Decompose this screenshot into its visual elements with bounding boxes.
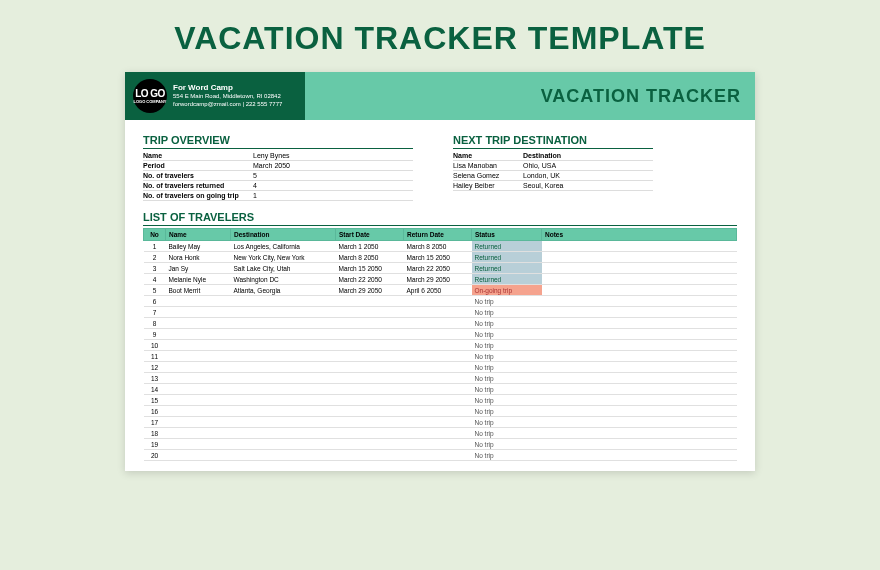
cell-dest: Los Angeles, California xyxy=(231,241,336,252)
cell-status: No trip xyxy=(472,417,542,428)
header-left: LO GO LOGO COMPANY For Word Camp 554 E M… xyxy=(125,72,305,120)
cell-dest xyxy=(231,450,336,461)
cell-status: Returned xyxy=(472,274,542,285)
next-trip-section: NEXT TRIP DESTINATION Name Destination L… xyxy=(453,134,653,201)
next-trip-title: NEXT TRIP DESTINATION xyxy=(453,134,653,149)
cell-dest xyxy=(231,373,336,384)
overview-row: NameLeny Bynes xyxy=(143,151,413,161)
cell-start xyxy=(336,373,404,384)
cell-start xyxy=(336,395,404,406)
logo-sub-text: LOGO COMPANY xyxy=(133,100,166,104)
cell-start: March 22 2050 xyxy=(336,274,404,285)
cell-status: Returned xyxy=(472,241,542,252)
cell-no: 7 xyxy=(144,307,166,318)
page-title: VACATION TRACKER TEMPLATE xyxy=(174,20,706,57)
cell-dest xyxy=(231,351,336,362)
cell-return xyxy=(404,373,472,384)
cell-status: No trip xyxy=(472,307,542,318)
overview-label: No. of travelers returned xyxy=(143,182,253,189)
cell-status: No trip xyxy=(472,406,542,417)
overview-table: NameLeny BynesPeriodMarch 2050No. of tra… xyxy=(143,151,413,201)
overview-value: Leny Bynes xyxy=(253,152,413,159)
cell-start xyxy=(336,450,404,461)
table-row: 19No trip xyxy=(144,439,737,450)
company-contact: forwordcamp@zmail.com | 222 555 7777 xyxy=(173,101,282,109)
header-bar: LO GO LOGO COMPANY For Word Camp 554 E M… xyxy=(125,72,755,120)
company-info: For Word Camp 554 E Main Road, Middletow… xyxy=(173,83,282,109)
cell-start xyxy=(336,428,404,439)
cell-return xyxy=(404,329,472,340)
next-trip-row: Hailey BeiberSeoul, Korea xyxy=(453,181,653,191)
cell-name xyxy=(166,428,231,439)
table-row: 11No trip xyxy=(144,351,737,362)
cell-return xyxy=(404,296,472,307)
cell-dest: Salt Lake City, Utah xyxy=(231,263,336,274)
cell-no: 12 xyxy=(144,362,166,373)
cell-notes xyxy=(542,351,737,362)
cell-dest xyxy=(231,340,336,351)
cell-notes xyxy=(542,395,737,406)
cell-dest: New York City, New York xyxy=(231,252,336,263)
table-row: 18No trip xyxy=(144,428,737,439)
overview-value: 4 xyxy=(253,182,413,189)
cell-no: 17 xyxy=(144,417,166,428)
cell-notes xyxy=(542,285,737,296)
cell-return xyxy=(404,428,472,439)
th-no: No xyxy=(144,229,166,241)
logo-icon: LO GO LOGO COMPANY xyxy=(133,79,167,113)
cell-no: 3 xyxy=(144,263,166,274)
overview-row: No. of travelers5 xyxy=(143,171,413,181)
cell-name: Bailey May xyxy=(166,241,231,252)
cell-name xyxy=(166,417,231,428)
cell-name xyxy=(166,395,231,406)
cell-name: Nora Honk xyxy=(166,252,231,263)
cell-name: Jan Sy xyxy=(166,263,231,274)
cell-no: 1 xyxy=(144,241,166,252)
cell-name xyxy=(166,307,231,318)
cell-dest xyxy=(231,384,336,395)
cell-status: No trip xyxy=(472,351,542,362)
cell-name xyxy=(166,384,231,395)
cell-return xyxy=(404,395,472,406)
cell-dest xyxy=(231,417,336,428)
cell-return xyxy=(404,406,472,417)
cell-return xyxy=(404,307,472,318)
cell-start xyxy=(336,340,404,351)
cell-status: No trip xyxy=(472,329,542,340)
overview-row: PeriodMarch 2050 xyxy=(143,161,413,171)
cell-notes xyxy=(542,340,737,351)
cell-notes xyxy=(542,307,737,318)
cell-no: 18 xyxy=(144,428,166,439)
cell-start xyxy=(336,307,404,318)
cell-return xyxy=(404,362,472,373)
cell-notes xyxy=(542,373,737,384)
cell-return xyxy=(404,340,472,351)
cell-no: 14 xyxy=(144,384,166,395)
cell-dest: Atlanta, Georgia xyxy=(231,285,336,296)
cell-no: 20 xyxy=(144,450,166,461)
overview-label: Period xyxy=(143,162,253,169)
cell-no: 16 xyxy=(144,406,166,417)
next-trip-row: Selena GomezLondon, UK xyxy=(453,171,653,181)
overview-value: 5 xyxy=(253,172,413,179)
table-row: 17No trip xyxy=(144,417,737,428)
th-notes: Notes xyxy=(542,229,737,241)
cell-notes xyxy=(542,241,737,252)
cell-dest: Washington DC xyxy=(231,274,336,285)
overview-label: Name xyxy=(143,152,253,159)
cell-status: No trip xyxy=(472,340,542,351)
cell-notes xyxy=(542,329,737,340)
tracker-title: VACATION TRACKER xyxy=(541,86,741,107)
cell-return xyxy=(404,351,472,362)
cell-name xyxy=(166,450,231,461)
trip-overview-section: TRIP OVERVIEW NameLeny BynesPeriodMarch … xyxy=(143,134,413,201)
cell-no: 13 xyxy=(144,373,166,384)
cell-no: 5 xyxy=(144,285,166,296)
cell-start xyxy=(336,417,404,428)
cell-no: 4 xyxy=(144,274,166,285)
cell-dest xyxy=(231,307,336,318)
travelers-table: No Name Destination Start Date Return Da… xyxy=(143,228,737,461)
cell-status: No trip xyxy=(472,439,542,450)
cell-name xyxy=(166,351,231,362)
th-return: Return Date xyxy=(404,229,472,241)
